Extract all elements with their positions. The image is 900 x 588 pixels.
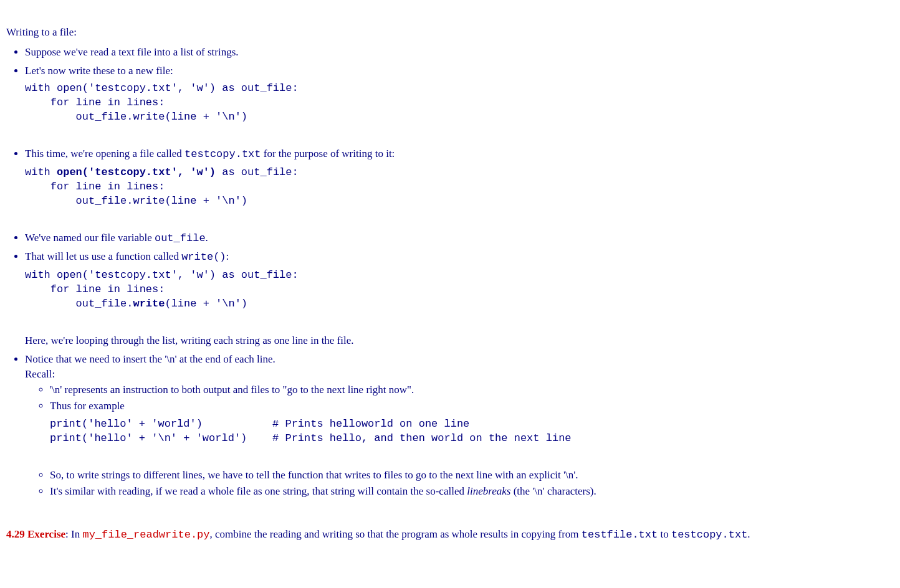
inner-bullet-item: So, to write strings to different lines,…: [50, 468, 894, 483]
exercise-text: : In: [65, 528, 82, 540]
inline-code: testcopy.txt: [184, 148, 261, 160]
exercise-paragraph: 4.29 Exercise: In my_file_readwrite.py, …: [6, 527, 894, 543]
bullet-item: We've named our file variable out_file.: [25, 230, 894, 246]
bullet-item: Notice that we need to insert the '\n' a…: [25, 352, 894, 499]
bullet-text: Recall:: [25, 368, 55, 380]
inner-bullet-item: It's similar with reading, if we read a …: [50, 484, 894, 499]
inner-list: '\n' represents an instruction to both o…: [25, 382, 894, 498]
inline-code: write(): [181, 251, 226, 263]
inner-bullet-item: Thus for example print('hello' + 'world'…: [50, 399, 894, 460]
code-block: with open('testcopy.txt', 'w') as out_fi…: [25, 82, 894, 139]
inline-code: testfile.txt: [582, 529, 658, 541]
bullet-text: Thus for example: [50, 400, 125, 412]
code-block: with open('testcopy.txt', 'w') as out_fi…: [25, 166, 894, 223]
bullet-text: (the '\n' characters).: [510, 485, 596, 497]
bullet-text: :: [226, 250, 229, 262]
exercise-filename: my_file_readwrite.py: [82, 529, 209, 541]
inline-code: testcopy.txt: [671, 529, 747, 541]
exercise-text: .: [747, 528, 750, 540]
bullet-text: We've named our file variable: [25, 232, 155, 244]
bullet-item: This time, we're opening a file called t…: [25, 146, 894, 223]
inner-bullet-item: '\n' represents an instruction to both o…: [50, 382, 894, 397]
bullet-text: Here, we're looping through the list, wr…: [25, 334, 354, 346]
bullet-item: Suppose we've read a text file into a li…: [25, 45, 894, 60]
bullet-text: for the purpose of writing to it:: [261, 148, 395, 159]
bullet-text: That will let us use a function called: [25, 250, 181, 262]
bullet-text: This time, we're opening a file called: [25, 148, 184, 159]
bullet-text: Notice that we need to insert the '\n' a…: [25, 353, 275, 365]
bullet-text: Let's now write these to a new file:: [25, 65, 173, 77]
outer-list: Suppose we've read a text file into a li…: [6, 45, 894, 499]
italic-text: linebreaks: [467, 485, 510, 497]
exercise-text: to: [658, 528, 671, 540]
code-block: print('hello' + 'world') # Prints hellow…: [50, 417, 894, 460]
inline-code: out_file: [155, 232, 206, 244]
section-heading: Writing to a file:: [6, 25, 894, 40]
bullet-item: That will let us use a function called w…: [25, 249, 894, 348]
bullet-text: It's similar with reading, if we read a …: [50, 485, 467, 497]
exercise-label: 4.29 Exercise: [6, 528, 65, 540]
code-block: with open('testcopy.txt', 'w') as out_fi…: [25, 268, 894, 326]
exercise-text: , combine the reading and writing so tha…: [210, 528, 582, 540]
bullet-text: .: [206, 232, 208, 244]
bullet-item: Let's now write these to a new file: wit…: [25, 64, 894, 140]
